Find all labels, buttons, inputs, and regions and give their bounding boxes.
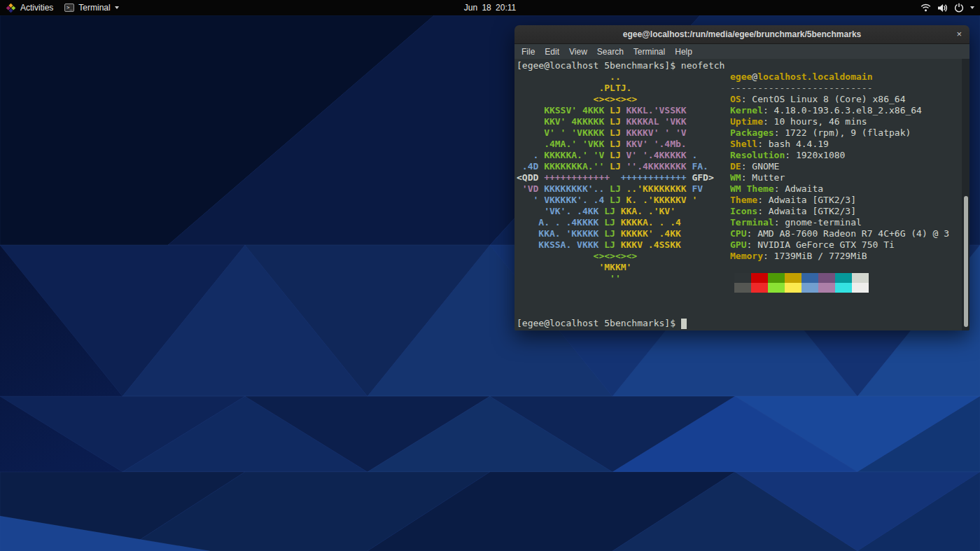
active-prompt: [egee@localhost 5benchmarks]$ <box>517 318 687 329</box>
palette-swatch <box>734 283 751 293</box>
neofetch-info-line: CPU: AMD A8-7600 Radeon R7 4C+6G (4) @ 3 <box>730 228 949 239</box>
activities-label: Activities <box>20 3 53 13</box>
text-cursor <box>681 319 687 329</box>
clock[interactable]: Jun 18 20:11 <box>464 3 517 13</box>
neofetch-info-line: GPU: NVIDIA GeForce GTX 750 Ti <box>730 239 949 251</box>
ascii-art-line: <><><><> <box>517 94 714 105</box>
neofetch-info-line: DE: GNOME <box>730 161 949 172</box>
neofetch-info-line: Kernel: 4.18.0-193.6.3.el8_2.x86_64 <box>730 105 949 116</box>
neofetch-info-line: Icons: Adwaita [GTK2/3] <box>730 206 949 217</box>
palette-swatch <box>818 273 835 283</box>
window-title: egee@localhost:/run/media/egee/brunchmar… <box>623 29 861 39</box>
centos-logo-icon <box>6 3 16 13</box>
window-close-button[interactable]: × <box>956 28 962 40</box>
neofetch-info-line: Shell: bash 4.4.19 <box>730 139 949 150</box>
palette-swatch <box>751 283 768 293</box>
system-status-area[interactable] <box>920 0 974 15</box>
ascii-art-line: .4D KKKKKKKA.'' LJ ''.4KKKKKKK FA. <box>517 161 714 172</box>
terminal-color-palette <box>734 273 949 293</box>
neofetch-info-line: Packages: 1722 (rpm), 9 (flatpak) <box>730 127 949 139</box>
palette-swatch <box>768 273 785 283</box>
ascii-art-line: V' ' 'VKKKK LJ KKKKV' ' 'V <box>517 127 714 139</box>
ascii-art-line: . KKKKKA.' 'V LJ V' '.4KKKKK . <box>517 150 714 161</box>
menu-terminal[interactable]: Terminal <box>629 47 670 57</box>
terminal-app-icon: >_ <box>64 4 74 12</box>
menu-view[interactable]: View <box>564 47 592 57</box>
terminal-window: egee@localhost:/run/media/egee/brunchmar… <box>514 25 969 330</box>
command-line: [egee@localhost 5benchmarks]$ neofetch <box>517 60 969 71</box>
palette-swatch <box>835 273 852 283</box>
ascii-art-line: KKA. 'KKKKK LJ KKKKK' .4KK <box>517 228 714 239</box>
palette-swatch <box>802 283 818 293</box>
palette-swatch <box>818 283 835 293</box>
palette-swatch <box>852 283 869 293</box>
menu-search[interactable]: Search <box>592 47 629 57</box>
neofetch-underline: -------------------------- <box>730 83 949 94</box>
ascii-art-line: .4MA.' 'VKK LJ KKV' '.4Mb. <box>517 139 714 150</box>
terminal-content[interactable]: [egee@localhost 5benchmarks]$ neofetch .… <box>514 59 969 330</box>
top-bar: Activities >_ Terminal Jun 18 20:11 <box>0 0 980 15</box>
ascii-art-line: .. <box>517 71 714 83</box>
typed-command: neofetch <box>681 60 725 71</box>
palette-swatch <box>734 273 751 283</box>
menu-file[interactable]: File <box>517 47 540 57</box>
app-menu-terminal[interactable]: >_ Terminal <box>64 0 118 15</box>
app-menu-label: Terminal <box>78 3 110 13</box>
scrollbar[interactable] <box>964 196 968 327</box>
ascii-art-line: KKSSV' 4KKK LJ KKKL.'VSSKK <box>517 105 714 116</box>
neofetch-info-line: Uptime: 10 hours, 46 mins <box>730 116 949 127</box>
window-titlebar[interactable]: egee@localhost:/run/media/egee/brunchmar… <box>514 25 969 44</box>
palette-swatch <box>785 273 802 283</box>
palette-swatch <box>751 273 768 283</box>
ascii-art-line: ' VKKKKK'. .4 LJ K. .'KKKKKV ' <box>517 195 714 206</box>
shell-prompt: [egee@localhost 5benchmarks]$ <box>517 60 681 71</box>
ascii-art-line: .PLTJ. <box>517 83 714 94</box>
neofetch-info-line: WM Theme: Adwaita <box>730 183 949 195</box>
neofetch-title: egee@localhost.localdomain <box>730 71 949 83</box>
palette-swatch <box>802 273 818 283</box>
caret-down-icon <box>115 6 119 9</box>
neofetch-info-line: Terminal: gnome-terminal <box>730 217 949 228</box>
scrollbar-track <box>962 59 969 330</box>
palette-swatch <box>768 283 785 293</box>
ascii-art-line: '' <box>517 273 714 284</box>
menu-edit[interactable]: Edit <box>540 47 564 57</box>
palette-swatch <box>785 283 802 293</box>
ascii-art-line: A. . .4KKKK LJ KKKKA. . .4 <box>517 217 714 228</box>
ascii-art-line: 'VD KKKKKKKK'.. LJ ..'KKKKKKKK FV <box>517 183 714 195</box>
palette-swatch <box>852 273 869 283</box>
volume-icon <box>937 4 948 13</box>
ascii-art-line: KKV' 4KKKKK LJ KKKKAL 'VKK <box>517 116 714 127</box>
neofetch-info-column: egee@localhost.localdomain -------------… <box>730 71 949 293</box>
activities-button[interactable]: Activities <box>6 0 53 15</box>
neofetch-info-line: WM: Mutter <box>730 172 949 183</box>
power-icon <box>954 3 964 13</box>
menu-help[interactable]: Help <box>670 47 697 57</box>
ascii-art-line: KKSSA. VKKK LJ KKKV .4SSKK <box>517 239 714 251</box>
neofetch-info-line: OS: CentOS Linux 8 (Core) x86_64 <box>730 94 949 105</box>
ascii-art-line: 'MKKM' <box>517 262 714 273</box>
neofetch-info-line: Resolution: 1920x1080 <box>730 150 949 161</box>
neofetch-info-line: Memory: 1739MiB / 7729MiB <box>730 251 949 262</box>
ascii-art-line: <><><><> <box>517 251 714 262</box>
ascii-art-line: <QDD ++++++++++++ ++++++++++++ GFD> <box>517 172 714 183</box>
neofetch-ascii-logo: .. .PLTJ. <><><><> KKSSV' 4KKK LJ KKKL.'… <box>517 71 714 293</box>
caret-down-icon <box>970 6 974 9</box>
neofetch-output: .. .PLTJ. <><><><> KKSSV' 4KKK LJ KKKL.'… <box>517 71 969 293</box>
desktop: Activities >_ Terminal Jun 18 20:11 <box>0 0 980 551</box>
ascii-art-line: 'VK'. .4KK LJ KKA. .'KV' <box>517 206 714 217</box>
wifi-icon <box>920 4 931 12</box>
palette-swatch <box>835 283 852 293</box>
neofetch-info-line: Theme: Adwaita [GTK2/3] <box>730 195 949 206</box>
terminal-menubar: FileEditViewSearchTerminalHelp <box>514 44 969 59</box>
